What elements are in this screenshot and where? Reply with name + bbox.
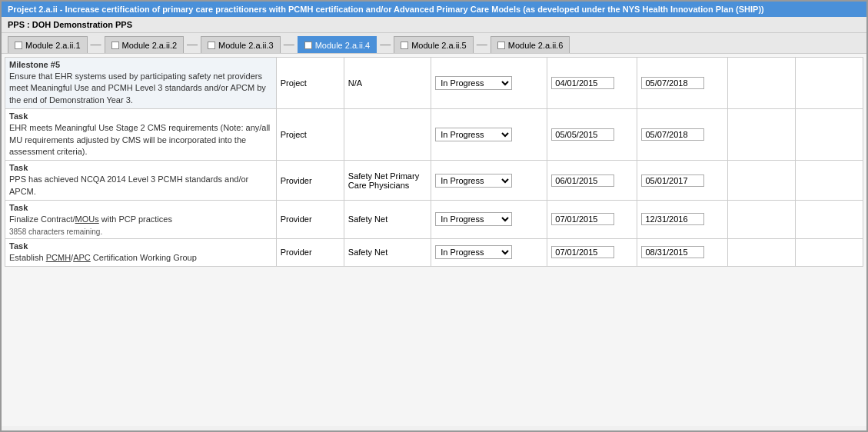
tab-label-tab5: Module 2.a.ii.5 — [411, 41, 467, 50]
tab-tab4[interactable]: Module 2.a.ii.4 — [298, 36, 377, 53]
date2-value-3: 12/31/2016 — [641, 213, 704, 225]
date1-value-0: 04/01/2015 — [551, 77, 614, 89]
date1-value-3: 07/01/2015 — [551, 213, 614, 225]
description-cell-1: TaskEHR meets Meaningful Use Stage 2 CMS… — [5, 109, 277, 161]
main-window: Project 2.a.ii - Increase certification … — [0, 0, 868, 432]
date1-cell-0: 04/01/2015 — [547, 58, 637, 109]
status-select-0[interactable]: In ProgressCompleteNot StartedN/A — [435, 76, 512, 90]
type-cell-4: Provider — [276, 238, 344, 266]
subtype-cell-2: Safety Net Primary Care Physicians — [344, 161, 431, 201]
subtype-cell-3: Safety Net — [344, 201, 431, 238]
tab-label-tab3: Module 2.a.ii.3 — [218, 41, 274, 50]
date2-cell-3: 12/31/2016 — [637, 201, 727, 238]
tab-label-tab6: Module 2.a.ii.6 — [508, 41, 564, 50]
tab-connector: — — [185, 38, 199, 50]
extra1-cell-3 — [727, 201, 795, 238]
date2-cell-4: 08/31/2015 — [637, 238, 727, 266]
status-cell-1: In ProgressCompleteNot StartedN/A — [431, 109, 547, 161]
tab-label-tab1: Module 2.a.ii.1 — [25, 41, 81, 50]
tab-checkbox-tab4 — [304, 42, 312, 49]
tab-label-tab2: Module 2.a.ii.2 — [122, 41, 178, 50]
date2-value-1: 05/07/2018 — [641, 128, 704, 141]
tab-connector: — — [475, 38, 489, 50]
date2-value-4: 08/31/2015 — [641, 246, 704, 258]
type-cell-2: Provider — [276, 161, 344, 201]
row-description-1: EHR meets Meaningful Use Stage 2 CMS req… — [9, 122, 272, 158]
type-cell-1: Project — [276, 109, 344, 161]
tab-tab2[interactable]: Module 2.a.ii.2 — [105, 36, 185, 53]
status-select-1[interactable]: In ProgressCompleteNot StartedN/A — [435, 128, 512, 141]
date2-cell-1: 05/07/2018 — [637, 109, 727, 161]
table-row: TaskPPS has achieved NCQA 2014 Level 3 P… — [5, 161, 863, 201]
date1-cell-1: 05/05/2015 — [547, 109, 637, 161]
tab-tab5[interactable]: Module 2.a.ii.5 — [394, 36, 474, 53]
tab-checkbox-tab1 — [15, 42, 22, 49]
extra2-cell-4 — [795, 238, 863, 266]
date1-value-2: 06/01/2015 — [551, 174, 614, 187]
row-description-0: Ensure that EHR systems used by particip… — [9, 71, 272, 106]
row-header-3: Task — [9, 203, 272, 214]
tab-label-tab4: Module 2.a.ii.4 — [315, 41, 371, 50]
subtype-cell-0: N/A — [344, 58, 431, 109]
extra1-cell-1 — [727, 109, 795, 161]
table-row: Milestone #5Ensure that EHR systems used… — [5, 58, 863, 109]
pps-bar: PPS : DOH Demonstration PPS — [2, 17, 866, 33]
date1-cell-3: 07/01/2015 — [547, 201, 637, 238]
table-row: TaskEHR meets Meaningful Use Stage 2 CMS… — [5, 109, 863, 161]
date2-cell-2: 05/01/2017 — [637, 161, 727, 201]
tab-checkbox-tab6 — [497, 42, 505, 49]
status-cell-4: In ProgressCompleteNot StartedN/A — [431, 238, 547, 266]
tab-tab1[interactable]: Module 2.a.ii.1 — [8, 36, 88, 53]
window-title: Project 2.a.ii - Increase certification … — [8, 5, 764, 14]
pps-label: PPS : DOH Demonstration PPS — [8, 20, 132, 29]
type-cell-3: Provider — [276, 201, 344, 238]
date1-cell-4: 07/01/2015 — [547, 238, 637, 266]
status-select-4[interactable]: In ProgressCompleteNot StartedN/A — [435, 245, 512, 259]
extra2-cell-0 — [795, 58, 863, 109]
title-bar: Project 2.a.ii - Increase certification … — [2, 2, 866, 17]
description-cell-4: TaskEstablish PCMH/APC Certification Wor… — [5, 238, 277, 266]
tab-tab6[interactable]: Module 2.a.ii.6 — [491, 36, 570, 53]
tabs-bar: Module 2.a.ii.1—Module 2.a.ii.2—Module 2… — [2, 33, 866, 54]
extra2-cell-1 — [795, 109, 863, 161]
tab-connector: — — [378, 38, 392, 50]
tab-tab3[interactable]: Module 2.a.ii.3 — [201, 36, 281, 53]
date2-value-2: 05/01/2017 — [641, 174, 704, 187]
status-select-2[interactable]: In ProgressCompleteNot StartedN/A — [435, 174, 512, 188]
description-cell-2: TaskPPS has achieved NCQA 2014 Level 3 P… — [5, 161, 277, 201]
description-cell-3: TaskFinalize Contract/MOUs with PCP prac… — [5, 201, 277, 238]
main-table: Milestone #5Ensure that EHR systems used… — [5, 57, 863, 267]
row-header-1: Task — [9, 111, 272, 122]
tab-checkbox-tab3 — [208, 42, 215, 49]
table-row: TaskEstablish PCMH/APC Certification Wor… — [5, 238, 863, 266]
description-cell-0: Milestone #5Ensure that EHR systems used… — [5, 58, 277, 109]
content-area: Milestone #5Ensure that EHR systems used… — [2, 54, 866, 426]
extra1-cell-2 — [727, 161, 795, 201]
row-header-0: Milestone #5 — [9, 60, 272, 71]
row-description-4: Establish PCMH/APC Certification Working… — [9, 252, 272, 264]
status-select-3[interactable]: In ProgressCompleteNot StartedN/A — [435, 212, 512, 226]
extra1-cell-4 — [727, 238, 795, 266]
date2-value-0: 05/07/2018 — [641, 77, 704, 89]
tab-connector: — — [282, 38, 296, 50]
subtype-cell-4: Safety Net — [344, 238, 431, 266]
tab-checkbox-tab2 — [111, 42, 119, 49]
status-cell-0: In ProgressCompleteNot StartedN/A — [431, 58, 547, 109]
date2-cell-0: 05/07/2018 — [637, 58, 727, 109]
row-description-2: PPS has achieved NCQA 2014 Level 3 PCMH … — [9, 174, 272, 198]
table-row: TaskFinalize Contract/MOUs with PCP prac… — [5, 201, 863, 238]
date1-cell-2: 06/01/2015 — [547, 161, 637, 201]
row-description-3: Finalize Contract/MOUs with PCP practice… — [9, 214, 272, 225]
remaining-text-3: 3858 characters remaining. — [9, 226, 272, 236]
date1-value-1: 05/05/2015 — [551, 128, 614, 141]
status-cell-2: In ProgressCompleteNot StartedN/A — [431, 161, 547, 201]
row-header-2: Task — [9, 163, 272, 174]
extra2-cell-2 — [795, 161, 863, 201]
status-cell-3: In ProgressCompleteNot StartedN/A — [431, 201, 547, 238]
tab-checkbox-tab5 — [401, 42, 408, 49]
subtype-cell-1 — [344, 109, 431, 161]
row-header-4: Task — [9, 241, 272, 252]
tab-connector: — — [89, 38, 103, 50]
date1-value-4: 07/01/2015 — [551, 246, 614, 258]
extra2-cell-3 — [795, 201, 863, 238]
